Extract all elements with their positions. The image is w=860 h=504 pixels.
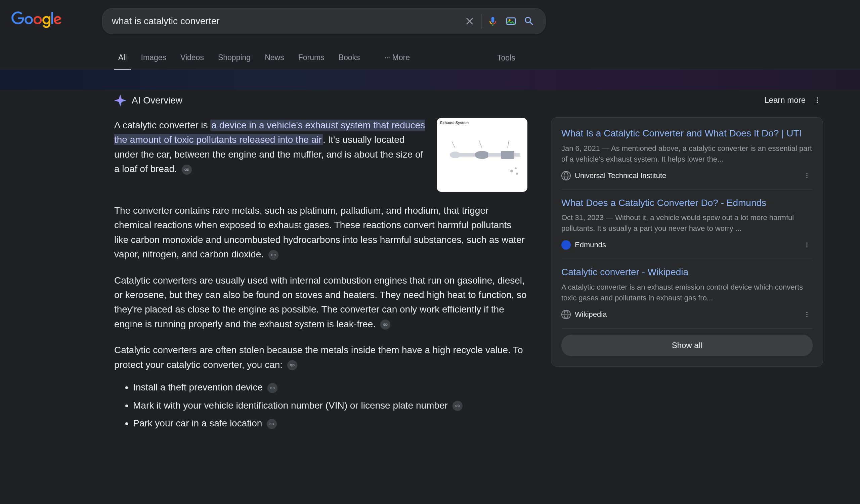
svg-point-26	[806, 312, 807, 313]
source-date: Jan 6, 2021	[561, 144, 600, 153]
svg-point-5	[450, 152, 461, 158]
svg-point-19	[817, 102, 818, 103]
search-tabs: All Images Videos Shopping News Forums B…	[0, 46, 860, 70]
search-bar	[102, 8, 546, 34]
bullet-text: Install a theft prevention device	[133, 382, 263, 392]
learn-more-link[interactable]: Learn more	[764, 96, 806, 105]
ai-overview-para3: Catalytic converters are usually used wi…	[114, 273, 527, 332]
svg-point-22	[806, 177, 807, 178]
citation-icon[interactable]	[268, 383, 277, 393]
svg-rect-9	[501, 151, 514, 159]
list-item: Install a theft prevention device	[133, 379, 527, 395]
citation-icon[interactable]	[453, 401, 462, 411]
overflow-menu-icon[interactable]	[801, 170, 813, 182]
citation-icon[interactable]	[380, 319, 390, 330]
source-snippet: Jan 6, 2021 — As mentioned above, a cata…	[561, 143, 813, 164]
source-card: What Is a Catalytic Converter and What D…	[561, 126, 813, 190]
more-dots-icon	[384, 55, 390, 61]
svg-point-17	[817, 98, 818, 99]
svg-point-12	[510, 170, 513, 172]
search-button-icon[interactable]	[522, 14, 536, 28]
source-site[interactable]: Wikipedia	[561, 310, 607, 319]
source-snippet: A catalytic converter is an exhaust emis…	[561, 282, 813, 303]
svg-point-21	[806, 175, 807, 176]
source-site[interactable]: Edmunds	[561, 240, 606, 250]
svg-point-23	[806, 243, 807, 244]
ai-overview-para4: Catalytic converters are often stolen be…	[114, 343, 527, 372]
source-card: What Does a Catalytic Converter Do? - Ed…	[561, 190, 813, 259]
protection-list: Install a theft prevention device Mark i…	[114, 379, 527, 431]
svg-rect-8	[488, 153, 502, 157]
source-site-label: Universal Technical Institute	[575, 171, 666, 180]
bullet-text: Mark it with your vehicle identification…	[133, 400, 448, 411]
svg-point-20	[806, 173, 807, 174]
svg-point-3	[387, 57, 388, 58]
svg-point-24	[806, 244, 807, 245]
source-date: Oct 31, 2023	[561, 213, 604, 222]
tab-forums[interactable]: Forums	[294, 46, 329, 70]
ai-gradient-band	[0, 70, 860, 90]
exhaust-diagram-image[interactable]: Exhaust System	[437, 118, 527, 192]
svg-point-11	[515, 167, 517, 169]
search-input[interactable]	[112, 16, 458, 27]
citation-icon[interactable]	[182, 164, 192, 175]
citation-icon[interactable]	[269, 250, 278, 260]
source-site[interactable]: Universal Technical Institute	[561, 171, 666, 181]
list-item: Mark it with your vehicle identification…	[133, 398, 527, 414]
google-logo[interactable]	[8, 8, 62, 30]
svg-line-15	[479, 140, 482, 148]
source-site-label: Edmunds	[575, 241, 606, 249]
ai-overview-para2: The converter contains rare metals, such…	[114, 203, 527, 262]
voice-search-icon[interactable]	[486, 14, 500, 28]
svg-line-16	[507, 140, 509, 148]
globe-icon	[561, 310, 571, 319]
image-search-icon[interactable]	[504, 14, 518, 28]
citation-icon[interactable]	[287, 360, 297, 370]
tab-more-label: More	[392, 53, 410, 62]
source-card: Catalytic converter - Wikipedia A cataly…	[561, 259, 813, 329]
tab-books[interactable]: Books	[334, 46, 364, 70]
tab-shopping[interactable]: Shopping	[214, 46, 255, 70]
para4-text: Catalytic converters are often stolen be…	[114, 345, 523, 370]
svg-point-27	[806, 314, 807, 315]
svg-point-2	[385, 57, 386, 58]
ai-overview-title: AI Overview	[132, 95, 183, 106]
svg-point-18	[817, 99, 818, 101]
source-title[interactable]: What Is a Catalytic Converter and What D…	[561, 127, 813, 140]
svg-point-7	[475, 151, 489, 159]
sources-panel: What Is a Catalytic Converter and What D…	[551, 117, 823, 366]
show-all-button[interactable]: Show all	[561, 335, 813, 356]
tab-all[interactable]: All	[114, 46, 131, 70]
svg-point-28	[806, 316, 807, 317]
site-favicon-icon	[561, 240, 571, 250]
svg-rect-6	[459, 153, 476, 157]
sparkle-icon	[114, 95, 126, 106]
overflow-menu-icon[interactable]	[801, 239, 813, 251]
divider	[481, 14, 482, 29]
lead-plain: A catalytic converter is	[114, 120, 210, 130]
svg-point-13	[516, 173, 518, 175]
tab-news[interactable]: News	[261, 46, 288, 70]
source-snippet: Oct 31, 2023 — Without it, a vehicle wou…	[561, 212, 813, 234]
list-item: Park your car in a safe location	[133, 415, 527, 431]
tools-link[interactable]: Tools	[497, 54, 515, 62]
ai-overview-lead: A catalytic converter is a device in a v…	[114, 118, 428, 192]
source-title[interactable]: What Does a Catalytic Converter Do? - Ed…	[561, 197, 813, 209]
svg-point-25	[806, 246, 807, 247]
para2-text: The converter contains rare metals, such…	[114, 205, 525, 259]
overflow-menu-icon[interactable]	[812, 95, 823, 106]
svg-rect-10	[514, 153, 520, 157]
bullet-text: Park your car in a safe location	[133, 418, 262, 428]
citation-icon[interactable]	[267, 419, 277, 429]
source-title[interactable]: Catalytic converter - Wikipedia	[561, 266, 813, 278]
tab-more[interactable]: More	[380, 46, 414, 70]
svg-line-14	[452, 142, 455, 148]
tab-images[interactable]: Images	[137, 46, 170, 70]
globe-icon	[561, 171, 571, 181]
overflow-menu-icon[interactable]	[801, 309, 813, 320]
clear-icon[interactable]	[463, 14, 476, 28]
source-snippet-text: A catalytic converter is an exhaust emis…	[561, 283, 803, 302]
para3-text: Catalytic converters are usually used wi…	[114, 275, 527, 329]
svg-point-4	[388, 57, 389, 58]
tab-videos[interactable]: Videos	[176, 46, 208, 70]
